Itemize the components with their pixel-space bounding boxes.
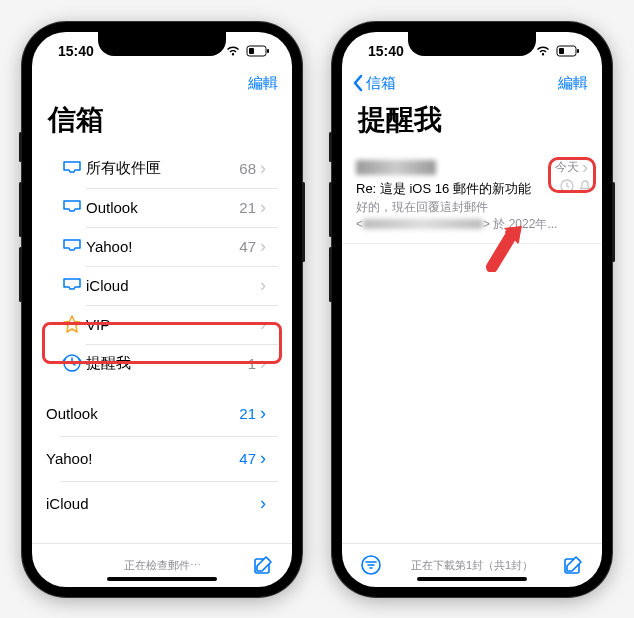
tray-icon	[58, 277, 86, 293]
chevron-right-icon: ›	[260, 493, 266, 514]
wifi-icon	[535, 45, 551, 57]
iphone-left: 15:40 編輯 信箱 所有收件匣 68 › Outlook 21 ›	[22, 22, 302, 597]
mailbox-count: 47	[239, 238, 256, 255]
message-subject: Re: 這是 iOS 16 郵件的新功能	[356, 180, 588, 198]
iphone-right: 15:40 信箱 編輯 提醒我 今天 › Re: 這是 iOS 16 郵件的新	[332, 22, 612, 597]
page-title: 信箱	[32, 99, 292, 149]
account-label: iCloud	[46, 495, 260, 512]
chevron-right-icon: ›	[260, 275, 266, 296]
mailbox-label: 所有收件匣	[86, 159, 239, 178]
mailbox-outlook[interactable]: Outlook 21 ›	[46, 188, 278, 227]
svg-rect-2	[249, 48, 254, 54]
clock-icon	[58, 353, 86, 373]
account-outlook[interactable]: Outlook 21 ›	[46, 391, 278, 436]
account-yahoo[interactable]: Yahoo! 47 ›	[46, 436, 278, 481]
home-indicator[interactable]	[417, 577, 527, 581]
compose-button[interactable]	[562, 554, 584, 576]
message-preview: 好的，現在回覆這封郵件 <> 於 2022年...	[356, 199, 588, 233]
back-button[interactable]: 信箱	[352, 74, 396, 93]
edit-button[interactable]: 編輯	[558, 74, 588, 93]
message-sender	[356, 160, 436, 175]
chevron-right-icon: ›	[260, 448, 266, 469]
mailbox-label: 提醒我	[86, 354, 248, 373]
mailbox-vip[interactable]: VIP ›	[46, 305, 278, 344]
chevron-right-icon: ›	[260, 403, 266, 424]
account-label: Yahoo!	[46, 450, 239, 467]
chevron-right-icon: ›	[260, 236, 266, 257]
mailbox-label: Yahoo!	[86, 238, 239, 255]
mailbox-all-inboxes[interactable]: 所有收件匣 68 ›	[46, 149, 278, 188]
mailbox-group: 所有收件匣 68 › Outlook 21 › Yahoo! 47 › iClo…	[46, 149, 278, 383]
tray-icon	[58, 238, 86, 254]
filter-icon	[360, 554, 382, 576]
filter-button[interactable]	[360, 554, 382, 576]
mailbox-icloud[interactable]: iCloud ›	[46, 266, 278, 305]
tray-icon	[58, 199, 86, 215]
tray-icon	[58, 160, 86, 176]
svg-rect-7	[559, 48, 564, 54]
mailbox-count: 68	[239, 160, 256, 177]
chevron-right-icon: ›	[260, 353, 266, 374]
clock: 15:40	[58, 43, 94, 59]
back-label: 信箱	[366, 74, 396, 93]
mailbox-label: iCloud	[86, 277, 256, 294]
mailbox-yahoo[interactable]: Yahoo! 47 ›	[46, 227, 278, 266]
message-row[interactable]: 今天 › Re: 這是 iOS 16 郵件的新功能 好的，現在回覆這封郵件 <>…	[342, 149, 602, 244]
compose-button[interactable]	[252, 554, 274, 576]
chevron-right-icon: ›	[260, 197, 266, 218]
nav-bar: 編輯	[32, 70, 292, 99]
compose-icon	[252, 554, 274, 576]
battery-icon	[246, 45, 270, 57]
annotation-arrow-icon	[482, 222, 522, 272]
star-icon	[58, 315, 86, 333]
nav-bar: 信箱 編輯	[342, 70, 602, 99]
bell-icon	[578, 179, 592, 193]
home-indicator[interactable]	[107, 577, 217, 581]
account-icloud[interactable]: iCloud ›	[46, 481, 278, 526]
chevron-left-icon	[352, 74, 364, 92]
account-count: 47	[239, 450, 256, 467]
compose-icon	[562, 554, 584, 576]
mailbox-remind-me[interactable]: 提醒我 1 ›	[46, 344, 278, 383]
chevron-right-icon: ›	[260, 314, 266, 335]
mailbox-count: 1	[248, 355, 256, 372]
wifi-icon	[225, 45, 241, 57]
svg-rect-1	[267, 49, 269, 53]
mailbox-count: 21	[239, 199, 256, 216]
mailbox-label: Outlook	[86, 199, 239, 216]
mailbox-label: VIP	[86, 316, 260, 333]
clock-icon	[560, 179, 574, 193]
page-title: 提醒我	[342, 99, 602, 149]
account-label: Outlook	[46, 405, 239, 422]
clock: 15:40	[368, 43, 404, 59]
message-time: 今天 ›	[555, 157, 588, 178]
svg-rect-6	[577, 49, 579, 53]
chevron-right-icon: ›	[582, 157, 588, 178]
battery-icon	[556, 45, 580, 57]
account-count: 21	[239, 405, 256, 422]
chevron-right-icon: ›	[260, 158, 266, 179]
edit-button[interactable]: 編輯	[248, 74, 278, 93]
